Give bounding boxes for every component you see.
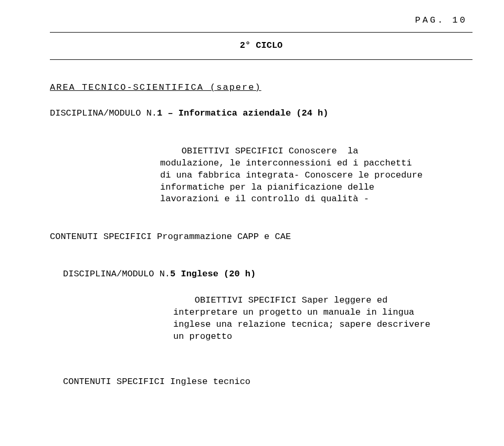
- module-5-title: 5 Inglese (20 h): [170, 269, 256, 279]
- page-number: PAG. 10: [50, 15, 472, 27]
- module-1-content-label: CONTENUTI SPECIFICI: [50, 232, 152, 242]
- module-5-content-text: Inglese tecnico: [170, 377, 250, 387]
- module-5-content: CONTENUTI SPECIFICI Inglese tecnico: [50, 376, 472, 388]
- module-1-content: CONTENUTI SPECIFICI Programmazione CAPP …: [50, 231, 472, 243]
- module-1-content-text: Programmazione CAPP e CAE: [157, 232, 291, 242]
- area-title: AREA TECNICO-SCIENTIFICA (sapere): [50, 82, 472, 94]
- module-1-objectives: OBIETTIVI SPECIFICI Conoscere la modulaz…: [50, 133, 428, 218]
- module-5-obj-label: OBIETTIVI SPECIFICI: [195, 295, 297, 305]
- module-1-obj-label: OBIETTIVI SPECIFICI: [182, 146, 284, 156]
- module-5-content-label: CONTENUTI SPECIFICI: [63, 377, 165, 387]
- module-5-heading: DISCIPLINA/MODULO N.5 Inglese (20 h): [50, 268, 472, 281]
- module-1-prefix: DISCIPLINA/MODULO N.: [50, 108, 157, 118]
- divider-top-2: [50, 59, 472, 60]
- module-5-prefix: DISCIPLINA/MODULO N.: [63, 269, 170, 279]
- cycle-heading: 2° CICLO: [50, 33, 472, 59]
- module-1-title: 1 – Informatica aziendale (24 h): [157, 108, 328, 118]
- module-1-heading: DISCIPLINA/MODULO N.1 – Informatica azie…: [50, 108, 472, 120]
- module-5-objectives: OBIETTIVI SPECIFICI Saper leggere ed int…: [50, 283, 441, 355]
